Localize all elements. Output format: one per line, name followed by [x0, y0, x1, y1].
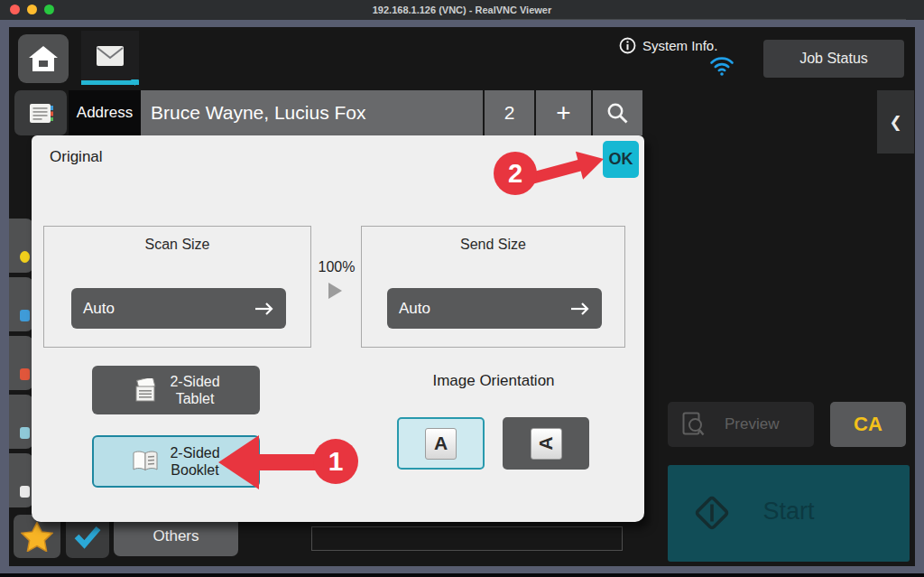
sidebar-item-icon [20, 310, 30, 321]
two-sided-booklet-button[interactable]: 2-Sided Booklet [92, 435, 260, 488]
close-button[interactable] [10, 5, 20, 14]
clear-all-label: CA [854, 413, 882, 436]
preview-button[interactable]: Preview [668, 402, 814, 447]
clear-all-button[interactable]: CA [830, 402, 906, 447]
arrow-right-icon [254, 302, 274, 316]
minimize-button[interactable] [27, 5, 37, 14]
wifi-icon [709, 55, 735, 79]
copy-ratio-label: 100% [311, 259, 362, 275]
dialog-title: Original [50, 148, 103, 166]
triangle-right-icon [328, 283, 342, 299]
background-outline-box [311, 526, 623, 551]
sidebar-item-icon [20, 251, 30, 263]
orientation-portrait-button[interactable]: A [397, 417, 485, 470]
address-mode-label: Address [69, 90, 141, 135]
scan-size-group: Scan Size Auto [43, 226, 311, 348]
search-address-button[interactable] [593, 90, 642, 135]
window-controls [10, 5, 54, 14]
booklet-label-line2: Booklet [170, 461, 219, 479]
sidebar-item-icon [20, 368, 30, 380]
device-bezel: System Info. Job Status Address Bruce Wa… [0, 20, 924, 577]
sidebar-item-icon [20, 427, 30, 439]
plus-icon: + [556, 98, 570, 127]
send-size-value: Auto [399, 300, 430, 318]
sidebar-item-partial[interactable] [9, 453, 33, 507]
address-book-icon [28, 103, 54, 124]
vnc-window-titlebar: 192.168.1.126 (VNC) - RealVNC Viewer [0, 0, 924, 20]
start-label: Start [668, 498, 910, 526]
image-orientation-label: Image Orientation [397, 372, 590, 390]
recipients-text: Bruce Wayne, Lucius Fox [151, 102, 366, 124]
job-status-label: Job Status [799, 51, 868, 67]
home-icon [28, 45, 59, 72]
add-recipient-button[interactable]: + [536, 90, 591, 135]
scan-size-value: Auto [83, 300, 115, 318]
chevron-left-icon: ❮ [889, 113, 901, 132]
sidebar-item-icon [20, 486, 30, 498]
sidebar-item-partial[interactable] [9, 277, 33, 331]
sidebar-item-partial[interactable] [9, 336, 33, 390]
send-size-value-button[interactable]: Auto [387, 288, 602, 329]
recipients-field[interactable]: Bruce Wayne, Lucius Fox [141, 90, 483, 135]
orientation-rotated-button[interactable]: A [503, 417, 589, 470]
letter-a-rotated-icon: A [531, 428, 562, 460]
scan-size-title: Scan Size [44, 237, 310, 253]
star-icon [21, 522, 53, 552]
annotation-step-2: 2 [494, 152, 537, 195]
letter-a-icon: A [425, 428, 457, 460]
recipient-count[interactable]: 2 [485, 90, 534, 135]
tab-caret-icon[interactable] [131, 73, 139, 89]
booklet-label-line1: 2-Sided [170, 444, 219, 461]
scan-size-value-button[interactable]: Auto [71, 288, 286, 329]
ok-label: OK [609, 150, 633, 169]
device-screen: System Info. Job Status Address Bruce Wa… [9, 27, 915, 566]
ok-button[interactable]: OK [603, 141, 639, 178]
tablet-pages-icon [132, 378, 159, 403]
tablet-label-line1: 2-Sided [170, 373, 219, 390]
arrow-right-icon [570, 302, 590, 316]
preview-icon [682, 412, 705, 438]
info-icon [619, 37, 636, 54]
sidebar-item-partial[interactable] [9, 219, 33, 273]
send-size-group: Send Size Auto [361, 226, 625, 348]
tablet-label-line2: Tablet [170, 390, 219, 407]
sidebar-item-partial[interactable] [9, 395, 33, 449]
preview-label: Preview [725, 415, 779, 433]
search-icon [605, 101, 630, 126]
envelope-icon [96, 45, 125, 67]
send-size-title: Send Size [362, 237, 624, 253]
address-book-button[interactable] [14, 90, 67, 135]
home-button[interactable] [18, 34, 69, 83]
two-sided-tablet-button[interactable]: 2-Sided Tablet [92, 366, 260, 414]
booklet-icon [132, 450, 159, 473]
panel-collapse-tab[interactable]: ❮ [877, 90, 914, 154]
others-button[interactable]: Others [114, 517, 238, 556]
system-info-item[interactable]: System Info. [619, 37, 717, 54]
window-title: 192.168.1.126 (VNC) - RealVNC Viewer [373, 5, 552, 15]
job-status-button[interactable]: Job Status [763, 40, 904, 78]
check-icon [72, 525, 103, 549]
maximize-button[interactable] [44, 5, 54, 14]
others-label: Others [152, 527, 199, 545]
annotation-step-1: 1 [313, 439, 358, 484]
system-info-label: System Info. [642, 38, 717, 53]
start-button[interactable]: Start [668, 465, 910, 562]
